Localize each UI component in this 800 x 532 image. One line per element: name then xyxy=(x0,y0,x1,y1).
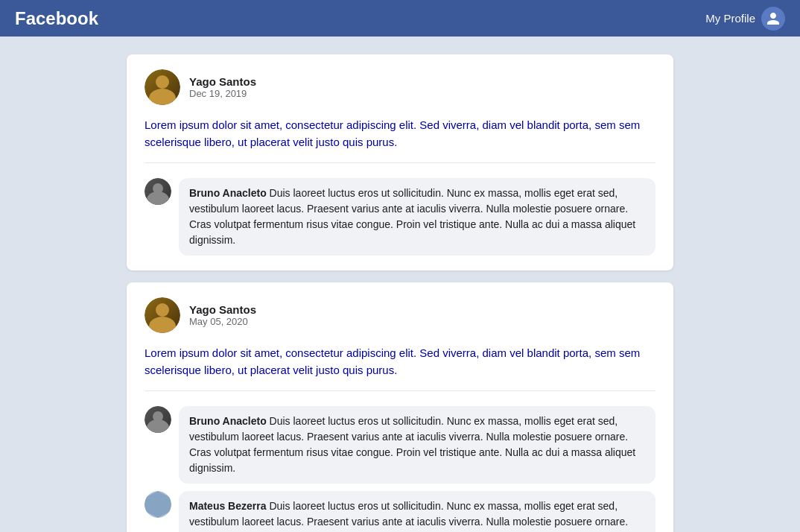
post-date: May 05, 2020 xyxy=(189,316,256,327)
post-card: Yago Santos May 05, 2020 Lorem ipsum dol… xyxy=(127,282,673,532)
commenter-avatar xyxy=(145,491,171,518)
author-info: Yago Santos May 05, 2020 xyxy=(189,303,256,327)
comment-bubble: Bruno Anacleto Duis laoreet luctus eros … xyxy=(179,178,655,256)
author-name: Yago Santos xyxy=(189,303,256,316)
header: Facebook My Profile xyxy=(0,0,800,37)
post-text: Lorem ipsum dolor sit amet, consectetur … xyxy=(145,346,640,376)
commenter-name: Bruno Anacleto xyxy=(189,415,267,427)
comments-section: Bruno Anacleto Duis laoreet luctus eros … xyxy=(145,172,655,256)
post-text: Lorem ipsum dolor sit amet, consectetur … xyxy=(145,118,640,148)
commenter-avatar xyxy=(145,178,171,205)
post-date: Dec 19, 2019 xyxy=(189,88,256,99)
post-header: Yago Santos Dec 19, 2019 xyxy=(145,69,655,105)
commenter-name: Bruno Anacleto xyxy=(189,187,267,199)
comment-bubble: Bruno Anacleto Duis laoreet luctus eros … xyxy=(179,406,655,484)
commenter-name: Mateus Bezerra xyxy=(189,500,267,512)
comment-item: Bruno Anacleto Duis laoreet luctus eros … xyxy=(145,406,655,484)
comment-item: Mateus Bezerra Duis laoreet luctus eros … xyxy=(145,491,655,532)
divider xyxy=(145,390,655,391)
my-profile-label: My Profile xyxy=(705,12,755,25)
comment-bubble: Mateus Bezerra Duis laoreet luctus eros … xyxy=(179,491,655,532)
author-avatar xyxy=(145,69,180,105)
comment-item: Bruno Anacleto Duis laoreet luctus eros … xyxy=(145,178,655,256)
author-avatar xyxy=(145,297,180,333)
post-header: Yago Santos May 05, 2020 xyxy=(145,297,655,333)
commenter-avatar xyxy=(145,406,171,433)
main-content: Yago Santos Dec 19, 2019 Lorem ipsum dol… xyxy=(0,37,800,532)
my-profile-button[interactable]: My Profile xyxy=(705,7,785,31)
logo: Facebook xyxy=(15,8,98,29)
profile-avatar-icon xyxy=(761,7,785,31)
post-body: Lorem ipsum dolor sit amet, consectetur … xyxy=(145,117,655,151)
author-info: Yago Santos Dec 19, 2019 xyxy=(189,75,256,99)
post-body: Lorem ipsum dolor sit amet, consectetur … xyxy=(145,345,655,379)
post-card: Yago Santos Dec 19, 2019 Lorem ipsum dol… xyxy=(127,54,673,270)
divider xyxy=(145,162,655,163)
comments-section: Bruno Anacleto Duis laoreet luctus eros … xyxy=(145,400,655,532)
author-name: Yago Santos xyxy=(189,75,256,88)
